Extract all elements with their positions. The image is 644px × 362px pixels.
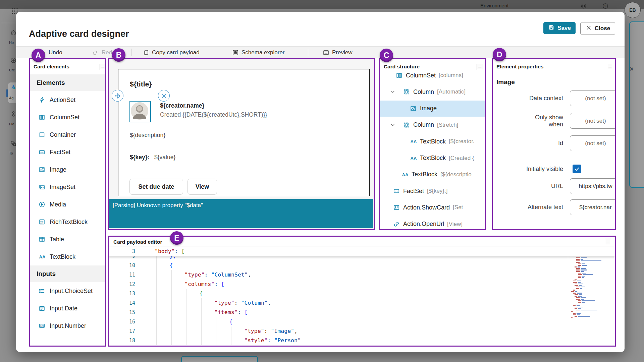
property-input-id[interactable]: (not set) [570,135,616,151]
collapse-card-structure-button[interactable]: ─ [477,64,483,70]
section-header-elements: Elements [30,74,105,91]
column-icon [403,122,410,128]
element-item-input-date[interactable]: Input.Date [30,300,105,317]
element-properties-title: Element properties [496,64,543,70]
card-description-textblock[interactable]: ${description} [130,132,165,139]
element-item-actionset[interactable]: ActionSet [30,91,105,109]
code-line-16[interactable]: 16{ [109,317,569,326]
preview-icon [323,49,329,56]
element-item-input-choiceset[interactable]: Input.ChoiceSet [30,282,105,300]
code-line-9[interactable]: 9}, [109,256,569,261]
textblock-icon: AA [410,155,417,162]
adaptive-card-designer-dialog: Adaptive card designer Save Close UndoRe… [16,12,625,352]
code-line-14[interactable]: 14"type": "Column", [109,298,569,308]
element-item-image[interactable]: Image [30,161,105,178]
element-item-container[interactable]: Container [30,126,105,143]
tree-row-factset[interactable]: FactSet[${key}:] [380,183,485,199]
element-item-factset[interactable]: FactSet [30,143,105,161]
close-icon [585,24,592,33]
code-line-10[interactable]: 10{ [109,261,569,270]
card-payload-editor-title: Card payload editor [113,239,162,245]
element-item-columnset[interactable]: ColumnSet [30,109,105,126]
code-line-15[interactable]: 15"items": [ [109,308,569,317]
properties-divider [496,226,607,226]
rail-item-label: Flo [9,122,14,126]
annotation-badge-B: B [112,48,125,62]
annotation-badge-D: D [493,48,506,61]
delete-element-button[interactable] [158,90,170,102]
card-factset[interactable]: ${key}: ${value} [130,154,175,161]
svg-text:AA: AA [39,254,46,259]
property-label-only-show-when: Only show when [524,113,563,129]
tools-rail-icon[interactable] [10,140,17,148]
chevron-down-icon[interactable] [389,122,396,128]
code-line-11[interactable]: 11"type": "ColumnSet", [109,270,569,280]
preview-button[interactable]: Preview [323,47,352,58]
collapse-payload-editor-button[interactable]: ─ [605,239,611,245]
parsing-error-bar: [Parsing] Unknown property "$data" [109,199,373,228]
svg-text:AA: AA [411,139,417,144]
minimap[interactable] [570,248,610,345]
card-creator-textblock[interactable]: ${creator.name} [160,102,204,109]
close-button[interactable]: Close [580,22,615,35]
code-line-12[interactable]: 12"columns": [ [109,280,569,289]
factset-icon [393,188,400,194]
card-elements-list: ElementsActionSetColumnSetContainerFactS… [30,74,105,335]
initially-visible-checkbox[interactable] [573,165,581,173]
tree-row-column[interactable]: Column[Stretch] [380,117,485,133]
textblock-icon: AA [401,171,408,178]
property-input-data-context[interactable]: (not set) [570,90,616,106]
agents-rail-icon[interactable] [10,84,17,92]
card-view-button[interactable]: View [187,179,217,195]
card-avatar-image[interactable] [129,101,151,122]
card-created-textblock[interactable]: Created {{DATE(${createdUtc},SHORT)}} [160,111,267,118]
tree-row-textblock[interactable]: AATextBlock[Created { [380,150,485,166]
element-item-richtextblock[interactable]: AbcdefRichTextBlock [30,213,105,231]
richtext-icon: Abcdef [39,219,45,225]
collapse-card-elements-button[interactable]: ─ [100,64,106,70]
property-input-only-show-when[interactable]: (not set) [570,113,616,129]
card-structure-tree: ColumnSet[columns]Column[Automatic]Image… [380,72,485,229]
element-item-table[interactable]: Table [30,231,105,248]
code-editor[interactable]: 9},10{11"type": "ColumnSet",12"columns":… [109,256,569,346]
schema-explorer-button[interactable]: Schema explorer [232,47,285,58]
element-item-textblock[interactable]: AATextBlock [30,248,105,265]
save-button[interactable]: Save [543,22,576,34]
settings-gear-icon[interactable] [580,3,587,11]
element-item-input-number[interactable]: 123Input.Number [30,317,105,335]
tree-row-columnset[interactable]: ColumnSet[columns] [380,72,485,83]
svg-text:def: def [40,222,43,224]
element-item-imageset[interactable]: ImageSet [30,178,105,196]
textblock-icon: AA [39,253,45,260]
tree-row-image[interactable]: Image [380,101,485,117]
chevron-down-icon[interactable] [389,88,396,95]
create-rail-icon[interactable] [10,57,17,65]
copy-card-payload-button[interactable]: Copy card payload [143,47,200,58]
tree-row-action-showcard[interactable]: Action.ShowCard[Set [380,199,485,216]
tree-row-textblock[interactable]: AATextBlock[${descriptio [380,167,485,183]
drag-handle-button[interactable] [112,90,123,102]
element-item-media[interactable]: Media [30,196,105,213]
code-line-18[interactable]: 18"style": "Person" [109,336,569,345]
schema-icon [232,49,239,56]
user-avatar[interactable]: EB [625,2,641,18]
toolbar-divider [131,49,132,56]
property-input-url[interactable]: https://pbs.tw [570,178,616,194]
card-title-textblock[interactable]: ${title} [130,80,152,88]
rail-selection-bar [6,89,8,97]
help-icon[interactable]: ? [602,3,609,11]
tree-row-action-openurl[interactable]: Action.OpenUrl[View] [380,216,485,229]
tree-row-textblock[interactable]: AATextBlock[${creator. [380,133,485,149]
card-set-due-date-button[interactable]: Set due date [129,179,183,195]
save-icon [548,24,555,33]
flows-rail-icon[interactable] [10,111,17,119]
home-rail-icon[interactable] [10,29,17,37]
collapse-element-properties-button[interactable]: ─ [607,64,613,70]
tree-row-column[interactable]: Column[Automatic] [380,84,485,100]
code-line-17[interactable]: 17"type": "Image", [109,326,569,336]
toolbar-divider [308,49,308,56]
code-line-3[interactable]: 3"body": [ [109,247,615,256]
property-input-alternate-text[interactable]: ${creator.nar [570,199,616,215]
number-icon: 123 [39,322,45,329]
code-line-13[interactable]: 13{ [109,289,569,298]
